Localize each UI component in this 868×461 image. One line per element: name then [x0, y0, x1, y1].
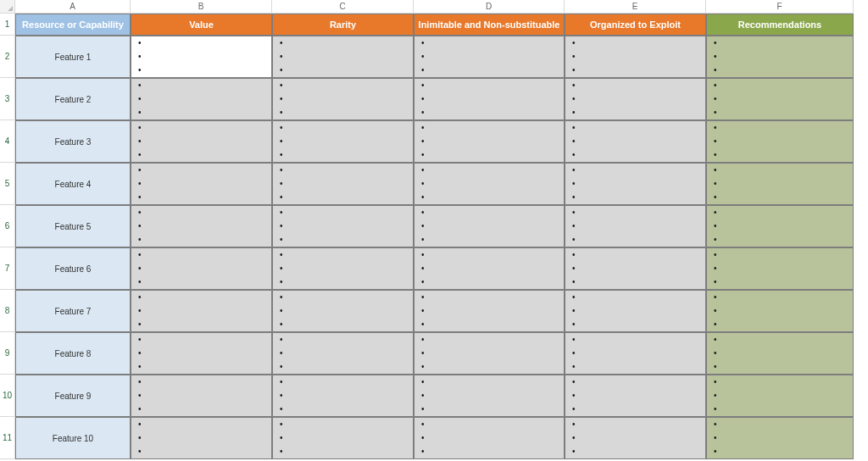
bullet-list: [714, 208, 717, 244]
row-header-5[interactable]: 5: [0, 163, 15, 205]
cell[interactable]: [131, 417, 272, 459]
bullet-list: [280, 39, 283, 75]
cell[interactable]: [414, 120, 565, 163]
cell[interactable]: [706, 120, 854, 163]
row-header-1[interactable]: 1: [0, 14, 15, 36]
bullet-list: [280, 378, 283, 414]
cell[interactable]: [272, 36, 414, 78]
cell[interactable]: [131, 120, 272, 163]
cell[interactable]: [414, 78, 565, 120]
cell[interactable]: [414, 36, 565, 78]
cell[interactable]: [131, 205, 272, 247]
cell[interactable]: [272, 417, 414, 459]
cell[interactable]: [131, 332, 272, 375]
bullet-list: [572, 124, 576, 159]
bullet-list: [714, 251, 717, 286]
cell[interactable]: [706, 205, 854, 247]
bullet-list: [280, 81, 283, 117]
feature-cell[interactable]: Feature 7: [15, 290, 131, 332]
row-header-3[interactable]: 3: [0, 78, 15, 120]
cell[interactable]: [706, 417, 854, 459]
bullet-list: [572, 166, 576, 202]
cell[interactable]: [706, 78, 854, 120]
cell[interactable]: [565, 247, 706, 290]
cell[interactable]: [414, 163, 565, 205]
col-header-a[interactable]: A: [15, 0, 131, 14]
cell[interactable]: [565, 163, 706, 205]
cell[interactable]: [272, 205, 414, 247]
feature-cell[interactable]: Feature 3: [15, 120, 131, 163]
col-header-d[interactable]: D: [414, 0, 565, 14]
cell[interactable]: [565, 375, 706, 417]
header-value[interactable]: Value: [131, 14, 272, 36]
bullet-list: [421, 293, 425, 329]
cell[interactable]: [565, 78, 706, 120]
cell[interactable]: [565, 205, 706, 247]
bullet-list: [572, 378, 576, 414]
row-header-9[interactable]: 9: [0, 332, 15, 375]
cell[interactable]: [272, 375, 414, 417]
cell[interactable]: [272, 120, 414, 163]
cell[interactable]: [131, 78, 272, 120]
cell[interactable]: [565, 290, 706, 332]
col-header-e[interactable]: E: [565, 0, 706, 14]
cell[interactable]: [565, 36, 706, 78]
cell[interactable]: [414, 417, 565, 459]
row-header-7[interactable]: 7: [0, 247, 15, 290]
cell[interactable]: [272, 332, 414, 375]
feature-cell[interactable]: Feature 4: [15, 163, 131, 205]
header-rarity[interactable]: Rarity: [272, 14, 414, 36]
spreadsheet-grid: A B C D E F 1 Resource or Capability Val…: [0, 0, 868, 459]
bullet-list: [714, 166, 717, 202]
header-organized[interactable]: Organized to Exploit: [565, 14, 706, 36]
cell[interactable]: [272, 163, 414, 205]
select-all-corner[interactable]: [0, 0, 15, 14]
cell[interactable]: [565, 332, 706, 375]
feature-cell[interactable]: Feature 10: [15, 417, 131, 459]
col-header-b[interactable]: B: [131, 0, 272, 14]
row-header-4[interactable]: 4: [0, 120, 15, 163]
row-header-8[interactable]: 8: [0, 290, 15, 332]
cell[interactable]: [706, 375, 854, 417]
feature-cell[interactable]: Feature 2: [15, 78, 131, 120]
cell[interactable]: [131, 375, 272, 417]
cell[interactable]: [414, 375, 565, 417]
cell[interactable]: [131, 163, 272, 205]
bullet-list: [138, 420, 142, 456]
bullet-list: [138, 336, 142, 371]
bullet-list: [572, 81, 576, 117]
feature-cell[interactable]: Feature 6: [15, 247, 131, 290]
row-header-6[interactable]: 6: [0, 205, 15, 247]
bullet-list: [280, 293, 283, 329]
feature-cell[interactable]: Feature 9: [15, 375, 131, 417]
cell[interactable]: [131, 36, 272, 78]
cell[interactable]: [272, 78, 414, 120]
cell[interactable]: [272, 247, 414, 290]
header-recommend[interactable]: Recommendations: [706, 14, 854, 36]
col-header-c[interactable]: C: [272, 0, 414, 14]
header-inimitable[interactable]: Inimitable and Non-substituable: [414, 14, 565, 36]
cell[interactable]: [272, 290, 414, 332]
cell[interactable]: [706, 290, 854, 332]
feature-cell[interactable]: Feature 8: [15, 332, 131, 375]
row-header-2[interactable]: 2: [0, 36, 15, 78]
row-header-11[interactable]: 11: [0, 417, 15, 459]
cell[interactable]: [414, 247, 565, 290]
cell[interactable]: [706, 36, 854, 78]
cell[interactable]: [565, 120, 706, 163]
cell[interactable]: [706, 247, 854, 290]
cell[interactable]: [414, 332, 565, 375]
cell[interactable]: [414, 290, 565, 332]
cell[interactable]: [414, 205, 565, 247]
bullet-list: [138, 208, 142, 244]
row-header-10[interactable]: 10: [0, 375, 15, 417]
feature-cell[interactable]: Feature 5: [15, 205, 131, 247]
cell[interactable]: [706, 332, 854, 375]
col-header-f[interactable]: F: [706, 0, 854, 14]
feature-cell[interactable]: Feature 1: [15, 36, 131, 78]
cell[interactable]: [706, 163, 854, 205]
cell[interactable]: [565, 417, 706, 459]
cell[interactable]: [131, 290, 272, 332]
header-resource[interactable]: Resource or Capability: [15, 14, 131, 36]
cell[interactable]: [131, 247, 272, 290]
